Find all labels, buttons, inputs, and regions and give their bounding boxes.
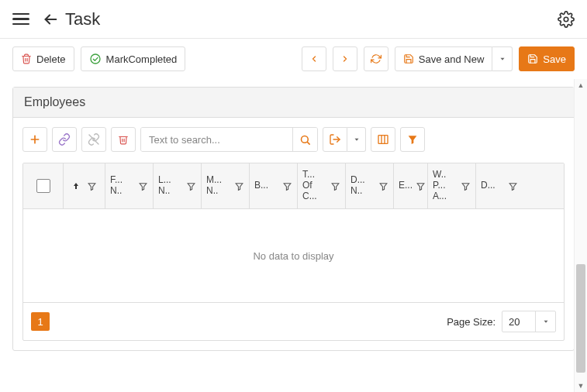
save-and-new-dropdown[interactable] <box>492 46 513 71</box>
export-button[interactable] <box>323 127 347 152</box>
page-size-caret[interactable] <box>535 311 555 332</box>
svg-marker-15 <box>88 183 95 190</box>
arrow-left-icon <box>42 11 59 28</box>
employees-grid: F... N..L... N..M... N..B...T... Of C...… <box>22 163 565 341</box>
unlink-icon <box>88 133 100 146</box>
svg-rect-11 <box>378 136 388 144</box>
column-header[interactable]: L... N.. <box>154 163 202 208</box>
svg-point-1 <box>564 17 568 22</box>
column-label: W.. P... A... <box>433 170 447 201</box>
svg-point-2 <box>91 54 100 64</box>
arrow-up-icon <box>71 181 81 191</box>
grid-empty-message: No data to display <box>23 209 564 302</box>
select-all-checkbox[interactable] <box>36 179 50 193</box>
column-header[interactable]: D... N.. <box>346 163 394 208</box>
column-label: F... N.. <box>110 175 123 197</box>
chevron-right-icon <box>340 54 350 64</box>
filter-builder-button[interactable] <box>400 127 425 152</box>
svg-marker-21 <box>380 183 387 190</box>
svg-marker-24 <box>509 183 516 190</box>
svg-marker-19 <box>284 183 291 190</box>
panel-delete-button[interactable] <box>111 127 136 152</box>
unlink-button[interactable] <box>81 127 106 152</box>
mark-completed-button[interactable]: MarkCompleted <box>81 46 186 71</box>
save-and-new-label: Save and New <box>419 53 485 65</box>
column-label: B... <box>254 181 268 191</box>
column-filter[interactable] <box>416 181 426 191</box>
column-filter[interactable] <box>461 181 471 191</box>
scrollbar-thumb[interactable] <box>576 264 585 373</box>
page-size-select[interactable]: 20 <box>502 311 556 332</box>
svg-marker-23 <box>462 183 469 190</box>
column-header[interactable]: T... Of C... <box>298 163 346 208</box>
mark-completed-label: MarkCompleted <box>106 53 178 65</box>
column-label: E... <box>399 181 413 191</box>
caret-down-icon <box>353 136 361 143</box>
funnel-icon <box>87 181 97 191</box>
trash-icon <box>118 134 129 145</box>
svg-marker-17 <box>188 183 195 190</box>
save-new-icon <box>403 53 414 64</box>
column-label: M... N.. <box>206 175 222 197</box>
vertical-scrollbar[interactable]: ▲ ▼ <box>574 79 587 392</box>
settings-button[interactable] <box>558 11 575 28</box>
page-number[interactable]: 1 <box>31 312 50 331</box>
column-filter[interactable] <box>330 181 340 191</box>
save-button-label: Save <box>543 53 566 65</box>
column-header[interactable]: F... N.. <box>105 163 154 208</box>
columns-icon <box>377 133 389 146</box>
column-filter[interactable] <box>508 181 518 191</box>
column-filter[interactable] <box>138 181 148 191</box>
caret-down-icon <box>499 55 506 63</box>
svg-marker-25 <box>544 321 547 323</box>
trash-icon <box>21 53 32 64</box>
svg-marker-3 <box>500 58 504 60</box>
column-header[interactable]: D... <box>476 163 523 208</box>
refresh-button[interactable] <box>364 46 388 71</box>
scroll-up-arrow[interactable]: ▲ <box>575 79 587 91</box>
link-button[interactable] <box>52 127 77 152</box>
scroll-down-arrow[interactable]: ▼ <box>575 380 587 392</box>
column-label: D... N.. <box>350 175 365 197</box>
search-icon <box>299 134 311 146</box>
page-size-value: 20 <box>502 311 535 332</box>
column-label: D... <box>481 181 495 191</box>
funnel-icon <box>138 181 148 191</box>
save-and-new-button[interactable]: Save and New <box>395 46 493 71</box>
svg-marker-14 <box>409 136 417 144</box>
svg-marker-16 <box>140 183 147 190</box>
delete-button-label: Delete <box>36 53 66 65</box>
funnel-icon <box>282 181 292 191</box>
svg-marker-22 <box>417 183 424 190</box>
svg-marker-18 <box>236 183 243 190</box>
export-dropdown[interactable] <box>347 127 366 152</box>
column-filter[interactable] <box>186 181 196 191</box>
column-header[interactable]: E... <box>394 163 428 208</box>
column-header[interactable]: B... <box>250 163 298 208</box>
column-header[interactable]: M... N.. <box>202 163 250 208</box>
column-filter[interactable] <box>234 181 244 191</box>
svg-line-8 <box>307 142 309 144</box>
save-button[interactable]: Save <box>519 46 575 71</box>
column-filter[interactable] <box>87 181 97 191</box>
svg-marker-20 <box>332 183 339 190</box>
column-header[interactable]: W.. P... A... <box>428 163 476 208</box>
add-button[interactable] <box>22 127 47 152</box>
hamburger-menu[interactable] <box>12 10 31 29</box>
search-input[interactable] <box>141 128 292 151</box>
prev-record-button[interactable] <box>302 46 326 71</box>
next-record-button[interactable] <box>333 46 357 71</box>
column-filter[interactable] <box>282 181 292 191</box>
funnel-icon <box>234 181 244 191</box>
column-filter[interactable] <box>378 181 388 191</box>
search-button[interactable] <box>292 128 317 151</box>
column-chooser-button[interactable] <box>371 127 395 152</box>
export-group <box>323 127 366 152</box>
funnel-icon <box>330 181 340 191</box>
delete-button[interactable]: Delete <box>12 46 74 71</box>
sort-indicator[interactable] <box>71 181 81 191</box>
svg-marker-10 <box>354 139 358 141</box>
refresh-icon <box>371 53 382 64</box>
back-button[interactable] <box>42 11 59 28</box>
caret-down-icon <box>542 318 550 325</box>
